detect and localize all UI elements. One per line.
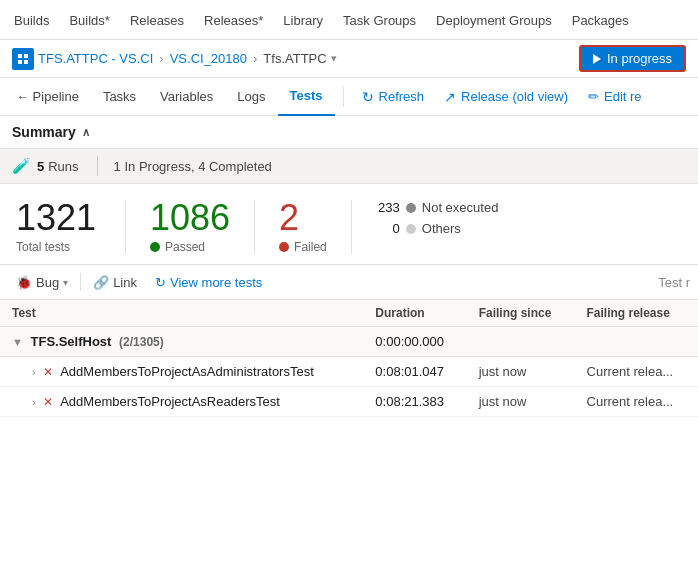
summary-title: Summary (12, 124, 76, 140)
test-name-2: AddMembersToProjectAsReadersTest (60, 394, 280, 409)
test-duration-1: 0:08:01.047 (363, 357, 466, 387)
failed-dot (279, 242, 289, 252)
sub-nav-pipeline[interactable]: ← Pipeline (4, 78, 91, 116)
link-button[interactable]: 🔗 Link (85, 271, 145, 294)
table-row[interactable]: › ✕ AddMembersToProjectAsReadersTest 0:0… (0, 387, 698, 417)
summary-header[interactable]: Summary ∧ (0, 116, 698, 148)
test-toolbar: 🐞 Bug ▾ 🔗 Link ↻ View more tests Test r (0, 264, 698, 300)
passed-number: 1086 (150, 200, 230, 236)
beaker-icon: 🧪 (12, 157, 31, 175)
others-row: 0 Others (372, 221, 499, 236)
svg-rect-1 (24, 54, 28, 58)
sub-nav-tasks[interactable]: Tasks (91, 78, 148, 116)
others-dot (406, 224, 416, 234)
top-nav-item-releases[interactable]: Releases (120, 0, 194, 40)
top-nav-item-builds[interactable]: Builds (4, 0, 59, 40)
tfs-logo (12, 48, 34, 70)
col-test: Test (0, 300, 363, 327)
runs-bar: 🧪 5 Runs 1 In Progress, 4 Completed (0, 148, 698, 184)
view-more-icon: ↻ (155, 275, 166, 290)
link-icon: 🔗 (93, 275, 109, 290)
runs-label: Runs (48, 159, 78, 174)
test-failing-since-1: just now (467, 357, 575, 387)
top-nav-item-builds-star[interactable]: Builds* (59, 0, 119, 40)
table-row[interactable]: › ✕ AddMembersToProjectAsAdministratorsT… (0, 357, 698, 387)
runs-status: 1 In Progress, 4 Completed (114, 159, 272, 174)
test-name-1: AddMembersToProjectAsAdministratorsTest (60, 364, 314, 379)
not-executed-label: Not executed (422, 200, 499, 215)
group-collapse-icon[interactable]: ▼ (12, 336, 23, 348)
sub-nav-divider (343, 87, 344, 107)
expand-icon-1[interactable]: › (32, 366, 36, 378)
others-label: Others (422, 221, 461, 236)
failed-label: Failed (294, 240, 327, 254)
test-failing-since-2: just now (467, 387, 575, 417)
svg-rect-3 (24, 60, 28, 64)
group-name: TFS.SelfHost (31, 334, 112, 349)
breadcrumb-sep-1: › (159, 51, 163, 66)
sub-nav: ← Pipeline Tasks Variables Logs Tests ↻ … (0, 78, 698, 116)
table-group-row[interactable]: ▼ TFS.SelfHost (2/1305) 0:00:00.000 (0, 327, 698, 357)
breadcrumb-release[interactable]: VS.CI_20180 (170, 51, 247, 66)
edit-icon: ✏ (588, 89, 599, 104)
svg-rect-0 (18, 54, 22, 58)
bug-icon: 🐞 (16, 275, 32, 290)
bug-button[interactable]: 🐞 Bug ▾ (8, 271, 76, 294)
sub-nav-logs[interactable]: Logs (225, 78, 277, 116)
col-failing-since: Failing since (467, 300, 575, 327)
old-view-icon: ↗ (444, 89, 456, 105)
not-executed-dot (406, 203, 416, 213)
view-more-button[interactable]: ↻ View more tests (147, 271, 270, 294)
failed-number: 2 (279, 200, 327, 236)
breadcrumb-project[interactable]: TFS.ATTPC - VS.CI (38, 51, 153, 66)
bug-label: Bug (36, 275, 59, 290)
old-view-button[interactable]: ↗ Release (old view) (434, 78, 578, 116)
total-number: 1321 (16, 200, 105, 236)
refresh-label: Refresh (379, 89, 425, 104)
test-name-cell-1: › ✕ AddMembersToProjectAsAdministratorsT… (0, 357, 363, 387)
top-nav-item-releases-star[interactable]: Releases* (194, 0, 273, 40)
top-nav-item-deployment-groups[interactable]: Deployment Groups (426, 0, 562, 40)
breadcrumb-stage[interactable]: Tfs.ATTPC (263, 51, 326, 66)
play-icon (593, 54, 601, 64)
refresh-icon: ↻ (362, 89, 374, 105)
col-failing-release: Failing release (575, 300, 698, 327)
top-nav-item-task-groups[interactable]: Task Groups (333, 0, 426, 40)
sub-nav-tests[interactable]: Tests (278, 78, 335, 116)
expand-icon-2[interactable]: › (32, 396, 36, 408)
total-label: Total tests (16, 240, 105, 254)
passed-label-row: Passed (150, 240, 230, 254)
breadcrumb-dropdown-icon[interactable]: ▾ (331, 52, 337, 65)
bug-dropdown-icon: ▾ (63, 277, 68, 288)
link-label: Link (113, 275, 137, 290)
test-r-label: Test r (658, 275, 690, 290)
breadcrumb-sep-2: › (253, 51, 257, 66)
edit-label: Edit re (604, 89, 642, 104)
others-count: 0 (372, 221, 400, 236)
group-failing-since (467, 327, 575, 357)
refresh-button[interactable]: ↻ Refresh (352, 78, 435, 116)
group-count: (2/1305) (119, 335, 164, 349)
in-progress-button[interactable]: In progress (579, 45, 686, 72)
group-name-cell: ▼ TFS.SelfHost (2/1305) (0, 327, 363, 357)
edit-button[interactable]: ✏ Edit re (578, 78, 652, 116)
test-duration-2: 0:08:21.383 (363, 387, 466, 417)
sub-nav-variables[interactable]: Variables (148, 78, 225, 116)
group-duration: 0:00:00.000 (363, 327, 466, 357)
breadcrumb-bar: TFS.ATTPC - VS.CI › VS.CI_20180 › Tfs.AT… (0, 40, 698, 78)
test-failing-release-2: Current relea... (575, 387, 698, 417)
collapse-icon: ∧ (82, 126, 90, 139)
view-more-label: View more tests (170, 275, 262, 290)
toolbar-right: Test r (658, 275, 690, 290)
not-executed-count: 233 (372, 200, 400, 215)
stat-misc: 233 Not executed 0 Others (352, 200, 499, 236)
in-progress-label: In progress (607, 51, 672, 66)
passed-dot (150, 242, 160, 252)
top-nav-item-library[interactable]: Library (273, 0, 333, 40)
fail-icon-1: ✕ (43, 365, 53, 379)
top-nav-item-packages[interactable]: Packages (562, 0, 639, 40)
test-table: Test Duration Failing since Failing rele… (0, 300, 698, 417)
not-executed-row: 233 Not executed (372, 200, 499, 215)
stat-failed: 2 Failed (255, 200, 352, 254)
group-failing-release (575, 327, 698, 357)
